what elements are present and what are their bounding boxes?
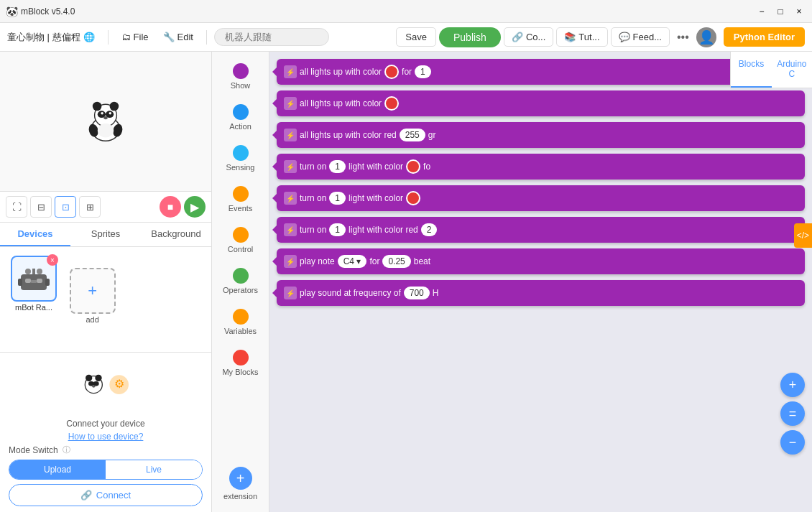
connect-device-button[interactable]: 🔗 Connect [9,484,203,506]
tutorial-button[interactable]: 📚 Tut... [556,27,607,47]
avatar[interactable]: 👤 [696,27,716,47]
add-device-item[interactable]: + add [68,268,118,324]
tab-background[interactable]: Background [141,223,211,246]
block-number-1[interactable]: 1 [415,65,431,78]
connect-panel: ⚙ Connect your device How to use device?… [0,352,211,512]
edit-menu[interactable]: 🔧 Edit [157,29,199,45]
tab-arduino-c[interactable]: Arduino C [772,52,812,88]
block-color-1[interactable] [384,65,399,79]
my-blocks-color-dot [233,350,249,366]
upload-button[interactable]: Upload [9,460,106,479]
block-color-5[interactable] [406,191,420,205]
block-color-4[interactable] [406,159,420,174]
block-number-6[interactable]: 2 [421,223,438,236]
block-turn-on-light-color[interactable]: ⚡ turn on 1 light with color [277,185,805,211]
extension-add-button[interactable]: + [229,467,252,490]
action-color-dot [233,104,249,120]
upload-live-toggle: Upload Live [9,460,203,480]
block-text-3b: gr [428,130,436,140]
blocks-container: ⚡ all lights up with color for 1 ⚡ all l… [269,52,812,313]
layout-controls: ⛶ ⊟ ⊡ ⊞ ■ ▶ [0,192,211,223]
block-text-1b: for [402,67,412,77]
tab-blocks[interactable]: Blocks [731,52,771,88]
publish-button[interactable]: Publish [439,27,501,47]
svg-point-6 [101,112,103,115]
tab-devices[interactable]: Devices [0,223,70,246]
svg-point-23 [95,375,101,381]
file-menu[interactable]: 🗂 File [116,29,154,45]
svg-point-26 [92,386,95,388]
device-thumbnail: × [11,256,57,302]
category-show[interactable]: Show [215,57,267,96]
zoom-reset-button[interactable]: = [780,401,805,426]
left-panel: ⛶ ⊟ ⊡ ⊞ ■ ▶ Devices Sprites Background × [0,52,212,512]
block-note-dropdown[interactable]: C4 ▾ [338,255,367,268]
add-device-button[interactable]: + [70,268,116,314]
layout-split-button[interactable]: ⊟ [30,196,52,218]
block-play-note[interactable]: ⚡ play note C4 ▾ for 0.25 beat [277,248,805,274]
search-input[interactable] [214,28,329,46]
category-control[interactable]: Control [215,221,267,259]
block-all-lights-color[interactable]: ⚡ all lights up with color [277,90,805,116]
block-frequency-input[interactable]: 700 [404,287,430,299]
connect-button[interactable]: 🔗 Co... [504,27,553,47]
how-to-link[interactable]: How to use device? [9,432,203,442]
window-controls: − □ × [755,4,806,19]
code-toggle-button[interactable]: </> [794,223,812,248]
block-number-3[interactable]: 255 [400,129,425,141]
divider-2 [206,30,207,45]
category-action[interactable]: Action [215,98,267,136]
titlebar: 🐼 mBlock v5.4.0 − □ × [0,0,812,23]
block-all-lights-color-for[interactable]: ⚡ all lights up with color for 1 [277,59,805,85]
python-editor-button[interactable]: Python Editor [724,27,805,47]
zoom-in-button[interactable]: + [780,373,805,397]
category-events[interactable]: Events [215,180,267,218]
block-beat-input[interactable]: 0.25 [382,255,410,268]
app-title: mBlock v5.4.0 [21,6,755,17]
category-my-blocks-label: My Blocks [222,368,258,376]
block-text-8a: play sound at frequency of [300,288,401,298]
block-text-1a: all lights up with color [300,67,382,77]
block-turn-on-light-color-red[interactable]: ⚡ turn on 1 light with color red 2 [277,217,805,243]
category-control-label: Control [228,245,253,253]
block-text-8b: H [433,288,439,298]
minimize-button[interactable]: − [755,4,769,19]
block-index-5[interactable]: 1 [329,192,346,205]
extension-category[interactable]: + extension [221,461,260,506]
block-workspace[interactable]: ⚡ all lights up with color for 1 ⚡ all l… [269,52,812,512]
device-close-button[interactable]: × [47,254,58,266]
device-item-mbot[interactable]: × mBo [9,256,59,312]
stop-button[interactable]: ■ [160,196,181,218]
more-button[interactable]: ••• [673,28,693,47]
block-icon-2: ⚡ [284,97,297,110]
category-variables[interactable]: Variables [215,303,267,341]
main-layout: ⛶ ⊟ ⊡ ⊞ ■ ▶ Devices Sprites Background × [0,52,812,512]
block-index-6[interactable]: 1 [329,223,346,236]
globe-icon[interactable]: 🌐 [83,32,95,42]
feedback-button[interactable]: 💬 Feed... [611,27,670,47]
category-sensing[interactable]: Sensing [215,139,267,177]
tab-sprites[interactable]: Sprites [70,223,141,246]
block-index-4[interactable]: 1 [329,160,346,173]
category-my-blocks[interactable]: My Blocks [215,344,267,382]
close-button[interactable]: × [792,4,806,19]
live-button[interactable]: Live [106,460,202,479]
svg-point-25 [93,381,99,386]
layout-grid-button[interactable]: ⊞ [79,196,101,218]
category-operators[interactable]: Operators [215,262,267,300]
save-button[interactable]: Save [396,27,436,47]
svg-rect-19 [18,279,22,286]
category-show-label: Show [231,81,251,90]
block-color-2[interactable] [384,96,399,111]
block-play-sound-frequency[interactable]: ⚡ play sound at frequency of 700 H [277,280,805,306]
block-turn-on-light-color-for[interactable]: ⚡ turn on 1 light with color fo [277,154,805,180]
zoom-out-button[interactable]: − [780,430,805,455]
layout-side-button[interactable]: ⊡ [55,196,76,218]
block-text-3: all lights up with color red [300,130,397,140]
go-button[interactable]: ▶ [184,196,206,218]
maximize-button[interactable]: □ [773,4,788,19]
layout-fullscreen-button[interactable]: ⛶ [6,196,27,218]
block-all-lights-color-red[interactable]: ⚡ all lights up with color red 255 gr [277,122,805,148]
block-text-7b: for [369,256,379,266]
svg-text:⚙: ⚙ [114,378,124,390]
